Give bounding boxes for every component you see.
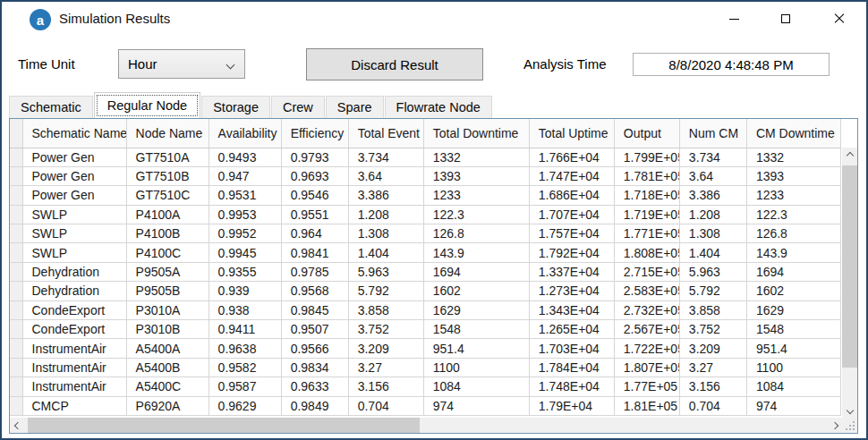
table-cell[interactable]: P9505B <box>126 282 208 300</box>
minimize-button[interactable] <box>713 5 754 32</box>
table-cell[interactable]: GT7510A <box>126 148 208 166</box>
table-cell[interactable]: 1.308 <box>348 224 423 243</box>
resize-grip-icon[interactable] <box>853 428 855 430</box>
table-cell[interactable]: 0.9411 <box>208 320 281 339</box>
table-cell[interactable]: P4100B <box>126 224 208 243</box>
table-cell[interactable]: 3.209 <box>348 339 423 358</box>
table-cell[interactable]: 974 <box>746 396 840 415</box>
column-header-cm-downtime[interactable]: CM Downtime <box>746 119 840 148</box>
table-cell[interactable]: 2.732E+05 <box>614 300 679 319</box>
table-cell[interactable]: 1.81E+05 <box>614 396 679 415</box>
table-cell[interactable]: 3.156 <box>348 377 423 396</box>
scroll-down-button[interactable] <box>842 402 857 418</box>
table-cell[interactable]: 2.583E+05 <box>614 282 679 300</box>
vertical-scrollbar-thumb[interactable] <box>842 165 857 368</box>
time-unit-dropdown[interactable]: Hour <box>118 49 245 79</box>
table-cell[interactable]: Power Gen <box>22 148 126 166</box>
table-cell[interactable]: 0.938 <box>208 300 281 319</box>
table-cell[interactable]: 5.792 <box>348 282 423 300</box>
table-cell[interactable]: 122.3 <box>423 205 529 224</box>
table-cell[interactable]: 1100 <box>746 358 840 377</box>
table-cell[interactable]: CondeExport <box>22 300 126 319</box>
table-cell[interactable]: 3.64 <box>679 166 746 185</box>
table-cell[interactable]: 1233 <box>423 186 529 205</box>
table-cell[interactable]: 0.9693 <box>281 166 348 185</box>
table-cell[interactable]: 1.79E+04 <box>529 396 614 415</box>
table-cell[interactable]: 0.9841 <box>281 243 348 262</box>
horizontal-scrollbar-thumb[interactable] <box>28 418 420 433</box>
table-cell[interactable]: 1.807E+05 <box>614 358 679 377</box>
table-cell[interactable]: 1332 <box>423 148 529 166</box>
table-cell[interactable]: 0.9507 <box>281 320 348 339</box>
table-cell[interactable]: 3.858 <box>679 300 746 319</box>
table-cell[interactable]: A5400B <box>126 358 208 377</box>
column-header-total-downtime[interactable]: Total Downtime <box>423 119 529 148</box>
table-cell[interactable]: 0.9566 <box>281 339 348 358</box>
table-cell[interactable]: 0.9845 <box>281 300 348 319</box>
table-cell[interactable]: GT7510B <box>126 166 208 185</box>
table-cell[interactable]: 1.792E+04 <box>529 243 614 262</box>
table-cell[interactable]: 2.715E+05 <box>614 262 679 281</box>
table-cell[interactable]: 974 <box>423 396 529 415</box>
table-cell[interactable]: 0.9785 <box>281 262 348 281</box>
table-cell[interactable]: P9505A <box>126 262 208 281</box>
table-cell[interactable]: P3010B <box>126 320 208 339</box>
table-cell[interactable]: 1.718E+05 <box>614 186 679 205</box>
table-cell[interactable]: 0.9952 <box>208 224 281 243</box>
table-cell[interactable]: 1100 <box>423 358 529 377</box>
table-cell[interactable]: CMCP <box>22 396 126 415</box>
table-cell[interactable]: 1694 <box>746 262 840 281</box>
row-header-cell[interactable] <box>10 377 22 396</box>
table-cell[interactable]: 0.704 <box>348 396 423 415</box>
table-cell[interactable]: 1.719E+05 <box>614 205 679 224</box>
column-header-total-event[interactable]: Total Event <box>348 119 423 148</box>
table-cell[interactable]: 1.308 <box>679 224 746 243</box>
row-header-cell[interactable] <box>10 186 22 205</box>
table-cell[interactable]: 1602 <box>746 282 840 300</box>
close-button[interactable] <box>819 5 860 32</box>
analysis-time-field[interactable]: 8/8/2020 4:48:48 PM <box>633 53 830 76</box>
title-bar[interactable]: a Simulation Results <box>2 2 866 38</box>
column-header-node-name[interactable]: Node Name <box>126 119 208 148</box>
table-cell[interactable]: 1233 <box>746 186 840 205</box>
row-header-cell[interactable] <box>10 396 22 415</box>
table-cell[interactable]: 0.947 <box>208 166 281 185</box>
table-cell[interactable]: 951.4 <box>423 339 529 358</box>
table-cell[interactable]: 5.792 <box>679 282 746 300</box>
table-cell[interactable]: 1.343E+04 <box>529 300 614 319</box>
table-cell[interactable]: 3.209 <box>679 339 746 358</box>
table-cell[interactable]: 1.208 <box>679 205 746 224</box>
table-cell[interactable]: 0.9638 <box>208 339 281 358</box>
table-cell[interactable]: 1.747E+04 <box>529 166 614 185</box>
table-cell[interactable]: 122.3 <box>746 205 840 224</box>
discard-result-button[interactable]: Discard Result <box>306 48 483 80</box>
table-cell[interactable]: 143.9 <box>423 243 529 262</box>
table-cell[interactable]: 3.752 <box>348 320 423 339</box>
table-cell[interactable]: 0.9953 <box>208 205 281 224</box>
table-cell[interactable]: 0.9546 <box>281 186 348 205</box>
row-header-cell[interactable] <box>10 205 22 224</box>
table-cell[interactable]: 0.9531 <box>208 186 281 205</box>
table-cell[interactable]: 1.799E+05 <box>614 148 679 166</box>
scroll-up-button[interactable] <box>842 148 857 163</box>
column-header-total-uptime[interactable]: Total Uptime <box>529 119 614 148</box>
table-cell[interactable]: InstrumentAir <box>22 377 126 396</box>
maximize-button[interactable] <box>765 5 806 32</box>
table-cell[interactable]: 1084 <box>746 377 840 396</box>
table-cell[interactable]: 1.757E+04 <box>529 224 614 243</box>
table-cell[interactable]: SWLP <box>22 205 126 224</box>
table-cell[interactable]: 0.9551 <box>281 205 348 224</box>
table-cell[interactable]: P6920A <box>126 396 208 415</box>
table-cell[interactable]: 1.707E+04 <box>529 205 614 224</box>
table-cell[interactable]: 0.9945 <box>208 243 281 262</box>
table-cell[interactable]: 1.337E+04 <box>529 262 614 281</box>
table-cell[interactable]: 1.265E+04 <box>529 320 614 339</box>
tab-flowrate-node[interactable]: Flowrate Node <box>385 96 492 118</box>
table-cell[interactable]: 3.27 <box>348 358 423 377</box>
table-cell[interactable]: 1.686E+04 <box>529 186 614 205</box>
table-cell[interactable]: 1.748E+04 <box>529 377 614 396</box>
row-header-cell[interactable] <box>10 224 22 243</box>
column-header-num-cm[interactable]: Num CM <box>679 119 746 148</box>
horizontal-scrollbar[interactable] <box>10 418 842 433</box>
table-cell[interactable]: 1.722E+05 <box>614 339 679 358</box>
